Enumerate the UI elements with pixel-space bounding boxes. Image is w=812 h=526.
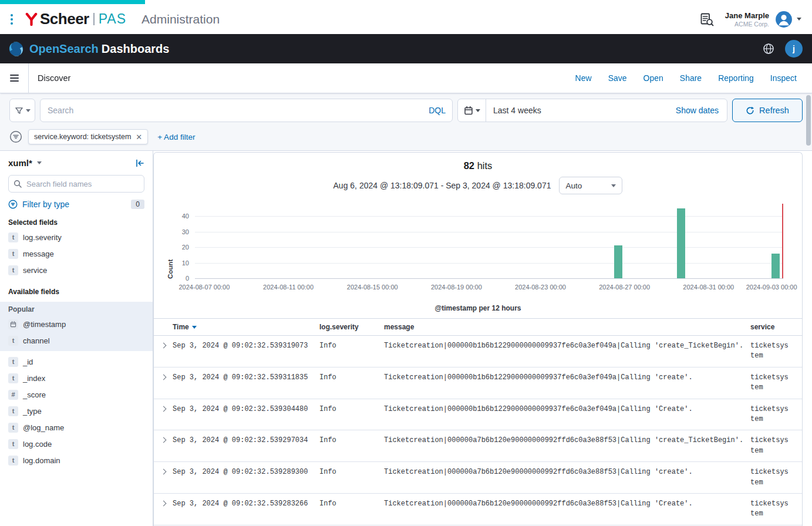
expand-row-button[interactable] <box>154 436 173 456</box>
field-type-string-icon: t <box>8 373 18 383</box>
content: xuml* Filte <box>0 151 812 526</box>
expand-row-button[interactable] <box>154 404 173 425</box>
scheer-logo-mark <box>25 12 38 26</box>
user-avatar-icon[interactable] <box>775 11 793 28</box>
filter-by-type[interactable]: Filter by type 0 <box>8 200 144 209</box>
expand-row-button[interactable] <box>154 467 173 488</box>
page-title: Administration <box>141 12 220 26</box>
doc-table: Timelog.severitymessageservice Sep 3, 20… <box>154 318 802 526</box>
field-_id[interactable]: t_id <box>8 353 144 370</box>
field-name: _index <box>23 374 45 383</box>
field-type-string-icon: t <box>8 336 18 346</box>
y-axis-tick-label: 10 <box>157 259 189 267</box>
histogram-bar[interactable] <box>677 208 685 278</box>
field-type-string-icon: t <box>8 439 18 449</box>
date-picker: Last 4 weeks Show dates <box>457 99 727 122</box>
nav-link-open[interactable]: Open <box>643 73 663 83</box>
log-search-icon[interactable] <box>699 12 715 27</box>
chart-gridline <box>195 263 783 264</box>
field-@timestamp[interactable]: @timestamp <box>8 316 144 332</box>
caret-down-icon <box>26 109 31 112</box>
field-channel[interactable]: tchannel <box>8 332 144 349</box>
app-bar-links: NewSaveOpenShareReportingInspect <box>575 73 812 83</box>
caret-down-icon[interactable] <box>797 18 801 21</box>
cell-service: ticketsystem <box>750 404 802 425</box>
search-input[interactable] <box>40 99 453 122</box>
app-bar: Discover NewSaveOpenShareReportingInspec… <box>0 63 812 93</box>
expand-row-button[interactable] <box>154 499 173 520</box>
field-search-input[interactable] <box>8 175 144 193</box>
field-_type[interactable]: t_type <box>8 403 144 419</box>
field-log.domain[interactable]: tlog.domain <box>8 452 144 468</box>
calendar-button[interactable] <box>458 99 486 122</box>
column-header-message[interactable]: message <box>384 323 750 331</box>
field-message[interactable]: tmessage <box>8 245 144 262</box>
field-service[interactable]: tservice <box>8 262 144 278</box>
x-axis-tick-label: 2024-09-03 00:00 <box>736 284 803 291</box>
field-type-string-icon: t <box>8 357 18 367</box>
refresh-button[interactable]: Refresh <box>732 99 803 122</box>
column-header-service[interactable]: service <box>750 323 802 331</box>
hits-summary: 82 hits <box>154 153 802 171</box>
field-log.severity[interactable]: tlog.severity <box>8 229 144 245</box>
chevron-right-icon <box>160 469 166 475</box>
nav-link-new[interactable]: New <box>575 73 592 83</box>
column-header-log-severity[interactable]: log.severity <box>319 323 384 331</box>
field-log.code[interactable]: tlog.code <box>8 436 144 452</box>
cell-service: ticketsystem <box>750 467 802 488</box>
field-name: message <box>23 249 54 258</box>
teal-accent <box>0 0 145 4</box>
field-type-string-icon: t <box>8 249 18 259</box>
nav-link-inspect[interactable]: Inspect <box>770 73 797 83</box>
interval-select[interactable]: Auto <box>559 177 622 194</box>
histogram-bar[interactable] <box>771 254 780 278</box>
chevron-right-icon <box>160 500 166 506</box>
field-_score[interactable]: #_score <box>8 386 144 403</box>
query-language-button[interactable]: DQL <box>429 106 446 115</box>
calendar-icon <box>464 106 473 115</box>
chevron-right-icon <box>160 437 166 443</box>
saved-query-button[interactable] <box>9 99 35 122</box>
histogram-bar[interactable] <box>614 245 622 278</box>
remove-filter-icon[interactable]: ✕ <box>136 133 142 141</box>
osd-product-name: OpenSearch <box>29 42 99 56</box>
cell-time: Sep 3, 2024 @ 09:02:32.539311835 <box>173 373 319 393</box>
filter-circle-icon[interactable] <box>9 130 22 143</box>
chart-gridline <box>195 247 783 248</box>
field-@log_name[interactable]: t@log_name <box>8 419 144 436</box>
app-title: Discover <box>38 73 70 83</box>
cell-service: ticketsystem <box>750 436 802 456</box>
globe-icon[interactable] <box>763 43 774 55</box>
scrollbar-thumb[interactable] <box>806 95 811 146</box>
doc-table-header: Timelog.severitymessageservice <box>154 318 802 336</box>
nav-link-share[interactable]: Share <box>680 73 702 83</box>
cell-time: Sep 3, 2024 @ 09:02:32.539304480 <box>173 404 319 425</box>
nav-link-save[interactable]: Save <box>608 73 627 83</box>
time-range-value[interactable]: Last 4 weeks <box>486 106 676 115</box>
add-filter-link[interactable]: + Add filter <box>157 133 195 141</box>
index-pattern-select[interactable]: xuml* <box>8 158 42 168</box>
column-label: Time <box>173 323 189 331</box>
show-dates-link[interactable]: Show dates <box>676 106 727 115</box>
table-row: Sep 3, 2024 @ 09:02:32.539304480InfoTick… <box>154 399 802 431</box>
field-_index[interactable]: t_index <box>8 370 144 386</box>
expand-row-button[interactable] <box>154 373 173 393</box>
discover-main: 82 hits Aug 6, 2024 @ 13:18:09.071 - Sep… <box>153 151 812 526</box>
cell-time: Sep 3, 2024 @ 09:02:32.539319073 <box>173 341 319 362</box>
expand-row-button[interactable] <box>154 341 173 362</box>
pas-header: Scheer PAS Administration Jane Marple AC… <box>0 4 812 34</box>
collapse-sidebar-icon[interactable] <box>135 159 144 168</box>
kebab-menu-icon[interactable] <box>8 12 15 27</box>
menu-icon[interactable] <box>0 63 29 93</box>
chevron-right-icon <box>160 374 166 380</box>
column-header-time[interactable]: Time <box>173 323 319 331</box>
nav-link-reporting[interactable]: Reporting <box>718 73 754 83</box>
time-range-summary: Aug 6, 2024 @ 13:18:09.071 - Sep 3, 2024… <box>333 181 551 190</box>
osd-user-avatar[interactable]: j <box>785 40 803 58</box>
search-icon <box>14 180 22 188</box>
table-row: Sep 3, 2024 @ 09:02:32.539289300InfoTick… <box>154 462 802 494</box>
filter-pill[interactable]: service.keyword: ticketsystem ✕ <box>28 129 148 144</box>
filter-bar: service.keyword: ticketsystem ✕ + Add fi… <box>0 127 812 151</box>
user-info: Jane Marple ACME Corp. <box>725 11 769 28</box>
x-axis-tick-label: 2024-08-31 00:00 <box>673 284 744 291</box>
